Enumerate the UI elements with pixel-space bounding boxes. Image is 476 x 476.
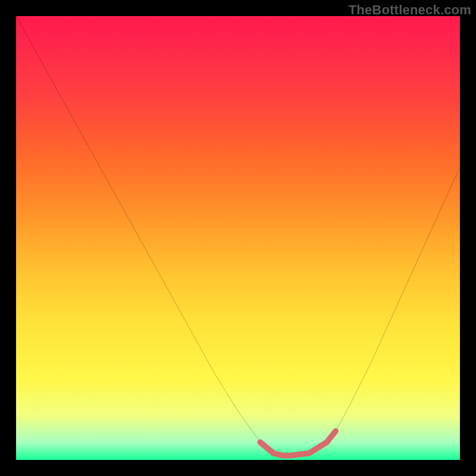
- bottleneck-chart: [16, 16, 460, 460]
- optimal-band-line: [260, 431, 336, 456]
- bottleneck-curve-line: [16, 16, 460, 456]
- chart-svg-layer: [16, 16, 460, 460]
